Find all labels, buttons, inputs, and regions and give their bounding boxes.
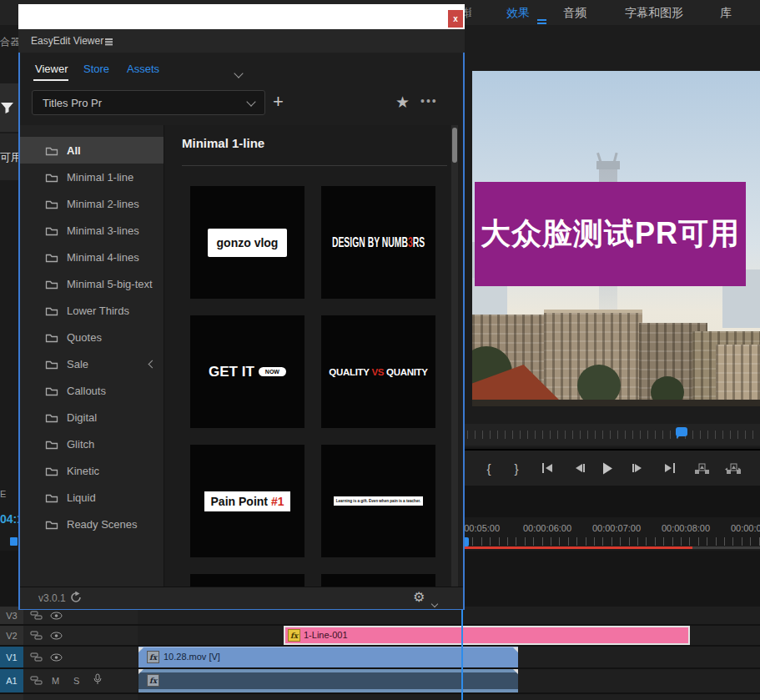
category-kinetic[interactable]: Kinetic <box>20 457 164 484</box>
extract-button[interactable] <box>722 457 743 479</box>
title-overlay: 大众脸测试PR可用 <box>475 182 746 286</box>
track-v1-content[interactable]: fx 10.28.mov [V] <box>138 647 760 667</box>
panel-menu-icon[interactable] <box>105 38 113 40</box>
eye-icon[interactable] <box>50 628 63 643</box>
tab-assets[interactable]: Assets <box>127 63 159 75</box>
easyedit-titlebar[interactable]: x <box>18 4 465 30</box>
timeline-ruler-ticks <box>464 537 760 546</box>
program-video-frame: 大众脸测试PR可用 <box>472 71 760 406</box>
clip-1-line-001[interactable]: fx 1-Line-001 <box>284 626 690 645</box>
template-thumbnail[interactable]: Pain Point #1 <box>190 445 305 557</box>
track-v1-label[interactable]: V1 <box>0 647 23 667</box>
category-minimal-4-lines[interactable]: Minimal 4-lines <box>20 244 164 270</box>
funnel-icon <box>0 102 14 114</box>
timeline-ruler[interactable]: 00:00:05:0000:00:06:0000:00:07:0000:00:0… <box>464 517 760 551</box>
fx-badge[interactable]: fx <box>288 629 300 642</box>
track-a1-label[interactable]: A1 <box>0 669 23 692</box>
clip-label: 10.28.mov [V] <box>164 652 220 662</box>
play-button[interactable] <box>596 457 617 479</box>
category-minimal-2-lines[interactable]: Minimal 2-lines <box>20 190 164 217</box>
mute-button[interactable]: M <box>52 676 59 686</box>
add-pack-button[interactable]: + <box>273 91 284 113</box>
category-lower-thirds[interactable]: Lower Thirds <box>20 297 164 324</box>
workspace-menu-icon[interactable] <box>537 9 546 24</box>
template-thumbnail[interactable] <box>190 574 305 587</box>
fx-badge[interactable]: fx <box>147 674 159 687</box>
settings-gear-icon[interactable]: ⚙ <box>413 589 425 605</box>
insert-icon-fragment <box>10 537 18 546</box>
track-a1-content[interactable]: fx <box>138 669 760 692</box>
track-target-icon[interactable] <box>30 608 43 623</box>
template-thumbnail[interactable]: DESIGN BY NUMB3RS <box>321 186 435 299</box>
track-target-icon[interactable] <box>30 628 43 643</box>
close-button[interactable]: x <box>448 10 463 28</box>
template-thumbnail[interactable]: Learning is a gift. Even when pain is a … <box>321 445 435 557</box>
go-to-out-button[interactable] <box>658 457 680 479</box>
panel-title[interactable]: EasyEdit Viewer <box>31 35 103 47</box>
track-v2-content[interactable]: fx 1-Line-001 <box>138 626 760 645</box>
scrollbar-thumb[interactable] <box>452 128 457 163</box>
step-forward-button[interactable] <box>627 457 648 479</box>
category-all[interactable]: All <box>20 137 164 164</box>
track-target-icon[interactable] <box>30 673 43 688</box>
pack-dropdown[interactable]: Titles Pro Pr <box>32 90 265 115</box>
fx-badge[interactable]: fx <box>147 651 159 663</box>
template-thumbnail[interactable] <box>321 574 435 587</box>
program-monitor: 大众脸测试PR可用 <box>464 25 760 447</box>
ruler-timecode: 00:00:09:00 <box>722 523 760 533</box>
track-v2-header[interactable]: V2 <box>0 626 138 645</box>
tab-viewer[interactable]: Viewer <box>35 63 68 75</box>
available-label-fragment: 可用 <box>0 150 18 165</box>
category-sale[interactable]: Sale <box>20 350 164 377</box>
template-thumbnail[interactable]: GET ITNOW <box>190 315 305 428</box>
version-label: v3.0.1 <box>38 592 66 604</box>
program-time-ruler[interactable] <box>464 424 760 446</box>
template-thumbnail[interactable]: gonzo vlog <box>190 186 305 299</box>
track-target-icon[interactable] <box>30 650 43 665</box>
settings-chevron-icon[interactable] <box>432 595 437 610</box>
lift-button[interactable] <box>691 457 712 479</box>
category-minimal-3-lines[interactable]: Minimal 3-lines <box>20 217 164 244</box>
title-overlay-text: 大众脸测试PR可用 <box>481 214 740 254</box>
template-thumbnail[interactable]: QUALITY VS QUANITY <box>321 315 435 428</box>
template-grid: Minimal 1-line gonzo vlogDESIGN BY NUMB3… <box>164 125 450 587</box>
program-playhead-handle[interactable] <box>676 427 687 436</box>
eye-icon[interactable] <box>50 650 63 665</box>
grid-scrollbar[interactable] <box>451 125 458 587</box>
more-options-icon[interactable]: ••• <box>420 94 438 108</box>
category-liquid[interactable]: Liquid <box>20 484 164 511</box>
category-glitch[interactable]: Glitch <box>20 431 164 457</box>
track-a1-header[interactable]: A1 M S <box>0 669 138 692</box>
tabs-chevron-down-icon[interactable] <box>235 65 242 80</box>
track-v2: V2 fx 1-Line-001 <box>0 626 760 645</box>
workspace-tab-audio[interactable]: 音频 <box>563 6 586 21</box>
mixer-tab-fragment: 合器: <box>0 35 18 49</box>
active-tab-underline <box>33 79 68 81</box>
refresh-icon[interactable] <box>70 592 82 607</box>
mark-out-button[interactable]: } <box>506 457 527 479</box>
workspace-tab-libraries[interactable]: 库 <box>720 6 732 21</box>
filter-funnel-button[interactable] <box>0 83 18 132</box>
category-quotes[interactable]: Quotes <box>20 324 164 350</box>
favorites-star-icon[interactable]: ★ <box>395 93 410 112</box>
mark-in-button[interactable]: { <box>478 457 500 479</box>
collapse-chevron-icon[interactable] <box>148 360 157 368</box>
step-back-button[interactable] <box>568 457 590 479</box>
category-minimal-1-line[interactable]: Minimal 1-line <box>20 164 164 190</box>
ruler-timecode: 00:00:06:00 <box>514 523 581 533</box>
track-v1-header[interactable]: V1 <box>0 647 138 667</box>
category-ready-scenes[interactable]: Ready Scenes <box>20 511 164 537</box>
eye-icon[interactable] <box>50 608 63 623</box>
mic-icon[interactable] <box>93 673 102 688</box>
tab-store[interactable]: Store <box>83 63 109 75</box>
category-minimal-5-big-text[interactable]: Minimal 5-big-text <box>20 270 164 297</box>
go-to-in-button[interactable] <box>537 457 559 479</box>
workspace-tab-captions-graphics[interactable]: 字幕和图形 <box>625 6 683 21</box>
category-callouts[interactable]: Callouts <box>20 377 164 404</box>
track-v2-label[interactable]: V2 <box>0 626 23 645</box>
panel-gap <box>464 486 760 517</box>
timecode-fragment: 04:1 <box>0 512 18 526</box>
solo-button[interactable]: S <box>73 676 79 686</box>
category-digital[interactable]: Digital <box>20 404 164 431</box>
workspace-tab-effects[interactable]: 效果 <box>506 6 530 21</box>
